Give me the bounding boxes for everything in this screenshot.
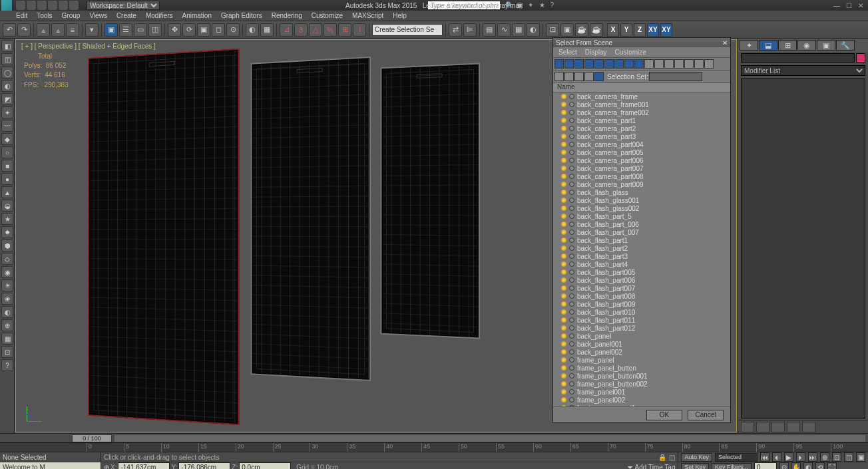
flt-lights-icon[interactable]	[574, 59, 584, 69]
layers-button[interactable]: ▤	[483, 23, 496, 37]
list-item[interactable]: back_camera_part005	[553, 148, 730, 156]
render-setup-button[interactable]: ⊡	[546, 23, 559, 37]
dialog-menu-customize[interactable]: Customize	[615, 49, 646, 56]
lt-g8-icon[interactable]: ⬢	[1, 239, 13, 251]
flt-cameras-icon[interactable]	[584, 59, 594, 69]
time-track[interactable]	[114, 435, 865, 442]
time-ruler[interactable]: 0510152025303540455055606570758085909510…	[0, 442, 868, 452]
list-item[interactable]: back_camera_frame001	[553, 100, 730, 108]
qat-link-icon[interactable]	[69, 1, 79, 10]
exchange-icon[interactable]: ✦	[528, 1, 536, 9]
lt-space-icon[interactable]: 〰	[1, 120, 13, 132]
y-input[interactable]	[178, 462, 230, 469]
qat-open-icon[interactable]	[27, 1, 36, 10]
lt-sys-icon[interactable]: ◆	[1, 133, 13, 145]
lt-g1-icon[interactable]: ○	[1, 146, 13, 158]
bind-button[interactable]: ≡	[66, 23, 79, 37]
lt-g2-icon[interactable]: ■	[1, 160, 13, 172]
pivot-button[interactable]: ⊙	[226, 23, 240, 37]
flt-13-icon[interactable]	[674, 59, 684, 69]
nav-zoomall-icon[interactable]: ⊡	[832, 452, 841, 462]
select-name-button[interactable]: ☰	[119, 23, 132, 37]
selset-2-icon[interactable]	[564, 72, 574, 81]
workspace-selector[interactable]: Workspace: Default	[87, 1, 160, 10]
list-item[interactable]: frame_panel002	[553, 396, 730, 404]
lt-lights-icon[interactable]: ◐	[1, 80, 13, 92]
list-item[interactable]: back_camera_part3	[553, 132, 730, 140]
list-item[interactable]: back_flash_part010	[553, 308, 730, 316]
axis-x-button[interactable]: X	[607, 23, 619, 37]
lt-g7-icon[interactable]: ✸	[1, 226, 13, 238]
modifier-stack[interactable]	[741, 78, 865, 418]
ref-coord-button[interactable]: ◻	[212, 23, 225, 37]
configure-icon[interactable]	[802, 422, 815, 432]
flt-geometry-icon[interactable]	[554, 59, 564, 69]
axis-y-button[interactable]: Y	[620, 23, 632, 37]
align-button[interactable]: ⊫	[463, 23, 477, 37]
move-button[interactable]: ✥	[168, 23, 181, 37]
list-item[interactable]: back_flash_glass	[553, 188, 730, 196]
nav-orbit-icon[interactable]: ⟲	[815, 462, 825, 469]
dialog-menu-display[interactable]: Display	[585, 49, 607, 56]
list-item[interactable]: frame_panel	[553, 356, 730, 364]
link-button[interactable]: ⟁	[37, 23, 50, 37]
lt-g12-icon[interactable]: ❀	[1, 293, 13, 305]
list-item[interactable]: frame_panel_button	[553, 364, 730, 372]
auto-key-button[interactable]: Auto Key	[681, 453, 712, 462]
unlink-button[interactable]: ⟁	[51, 23, 65, 37]
list-item[interactable]: back_flash_part_5	[553, 212, 730, 220]
selection-set-dropdown[interactable]	[372, 24, 443, 36]
x-input[interactable]	[118, 462, 170, 469]
lt-g3-icon[interactable]: ●	[1, 173, 13, 185]
list-item[interactable]: frame_panel001	[553, 388, 730, 396]
lt-helper-icon[interactable]: ✦	[1, 106, 13, 118]
flt-shapes-icon[interactable]	[564, 59, 574, 69]
tab-utilities-icon[interactable]: 🔧	[836, 40, 855, 51]
menu-maxscript[interactable]: MAXScript	[352, 12, 383, 19]
flt-space-icon[interactable]	[604, 59, 614, 69]
flt-14-icon[interactable]	[684, 59, 694, 69]
axis-z-button[interactable]: Z	[634, 23, 646, 37]
list-item[interactable]: back_camera_part009	[553, 180, 730, 188]
time-slider[interactable]: 0 / 100	[0, 433, 868, 442]
nav-walk-icon[interactable]: ◐	[803, 462, 813, 469]
nav-fov-icon[interactable]: ◫	[844, 452, 853, 462]
menu-modifiers[interactable]: Modifiers	[146, 12, 173, 19]
list-item[interactable]: back_flash_part012	[553, 324, 730, 332]
flt-xrefs-icon[interactable]	[624, 59, 634, 69]
next-frame-icon[interactable]: ⏵	[796, 452, 805, 462]
goto-start-icon[interactable]: ⏮	[760, 452, 769, 462]
time-tag-icon[interactable]: ⏷	[627, 464, 634, 470]
menu-graph-editors[interactable]: Graph Editors	[221, 12, 262, 19]
lt-g11-icon[interactable]: ☀	[1, 279, 13, 291]
lt-g9-icon[interactable]: ◇	[1, 253, 13, 265]
keyboard-button[interactable]: ▦	[260, 23, 274, 37]
flt-16-icon[interactable]	[704, 59, 714, 69]
selset-3-icon[interactable]	[574, 72, 584, 81]
tab-hierarchy-icon[interactable]: ⊞	[778, 40, 797, 51]
close-button[interactable]: ✕	[856, 1, 865, 10]
show-end-icon[interactable]	[756, 422, 769, 432]
dialog-titlebar[interactable]: Select From Scene ✕	[553, 38, 730, 47]
workspace-dropdown[interactable]: Workspace: Default	[87, 1, 160, 10]
list-item[interactable]: back_panel001	[553, 340, 730, 348]
scene-object-list[interactable]: back_camera_frameback_camera_frame001bac…	[553, 92, 730, 406]
nav-region-icon[interactable]: ▣	[856, 452, 865, 462]
select-filter-button[interactable]: ▾	[85, 23, 99, 37]
lt-g17-icon[interactable]: ?	[1, 359, 13, 371]
list-item[interactable]: back_flash_part_006	[553, 220, 730, 228]
edged-button[interactable]: ⌇	[353, 23, 366, 37]
list-item[interactable]: back_camera_part1	[553, 116, 730, 124]
lt-obj-icon[interactable]: ◫	[1, 53, 13, 65]
list-item[interactable]: frame_panel_button002	[553, 380, 730, 388]
flt-12-icon[interactable]	[664, 59, 674, 69]
list-item[interactable]: back_camera_part004	[553, 140, 730, 148]
tab-modify-icon[interactable]: ⬓	[759, 40, 777, 51]
lt-g5-icon[interactable]: ◒	[1, 200, 13, 212]
current-frame-input[interactable]	[754, 462, 777, 469]
qat-redo-icon[interactable]	[59, 1, 68, 10]
menu-animation[interactable]: Animation	[182, 12, 211, 19]
menu-tools[interactable]: Tools	[37, 12, 52, 19]
menu-customize[interactable]: Customize	[312, 12, 343, 19]
flt-helpers-icon[interactable]	[594, 59, 604, 69]
